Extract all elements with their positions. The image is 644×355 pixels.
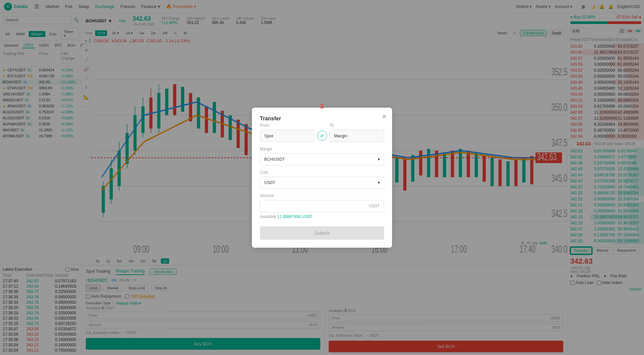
margin-select-arrow: ▾ <box>378 157 380 162</box>
amount-input-box: USDT <box>260 200 384 212</box>
coin-select-arrow: ▾ <box>378 180 380 185</box>
modal-margin-field: Margin BCH/USDT ▾ <box>260 147 384 165</box>
modal-amount-field: Amount USDT Available 11.68887408 USDT <box>260 193 384 219</box>
step-2-indicator: 2 <box>320 102 324 110</box>
margin-select-value: BCH/USDT <box>264 157 285 162</box>
from-to-labels: From To <box>260 123 384 130</box>
margin-label: Margin <box>260 147 384 151</box>
amount-input[interactable] <box>264 204 369 209</box>
modal-from-to-field: From To Spot ⇄ Margin <box>260 123 384 142</box>
available-unit: USDT <box>302 214 313 219</box>
modal-coin-field: Coin USDT ▾ <box>260 170 384 189</box>
to-input: Margin <box>330 130 384 142</box>
to-label: To <box>330 123 384 128</box>
available-val-green: 11.68887408 <box>277 214 301 219</box>
coin-select-value: USDT <box>264 180 275 185</box>
from-to-inputs: Spot ⇄ Margin <box>260 130 384 142</box>
coin-select[interactable]: USDT ▾ <box>260 177 384 189</box>
amount-unit: USDT <box>369 204 380 208</box>
coin-label: Coin <box>260 170 384 175</box>
to-col: To <box>330 123 384 130</box>
available-info: Available 11.68887408 USDT <box>260 214 384 219</box>
modal-title: Transfer <box>260 116 384 122</box>
modal-overlay[interactable]: 2 ✕ Transfer From To Spot ⇄ Margin M <box>0 0 644 355</box>
modal-close-btn[interactable]: ✕ <box>382 113 387 120</box>
from-label: From <box>260 123 314 128</box>
margin-select[interactable]: BCH/USDT ▾ <box>260 153 384 165</box>
from-col: From <box>260 123 314 130</box>
amount-label: Amount <box>260 193 384 198</box>
swap-icon[interactable]: ⇄ <box>317 131 327 141</box>
from-input: Spot <box>260 130 314 142</box>
modal-submit-btn[interactable]: Submit <box>260 226 384 240</box>
transfer-modal: 2 ✕ Transfer From To Spot ⇄ Margin M <box>252 108 392 248</box>
